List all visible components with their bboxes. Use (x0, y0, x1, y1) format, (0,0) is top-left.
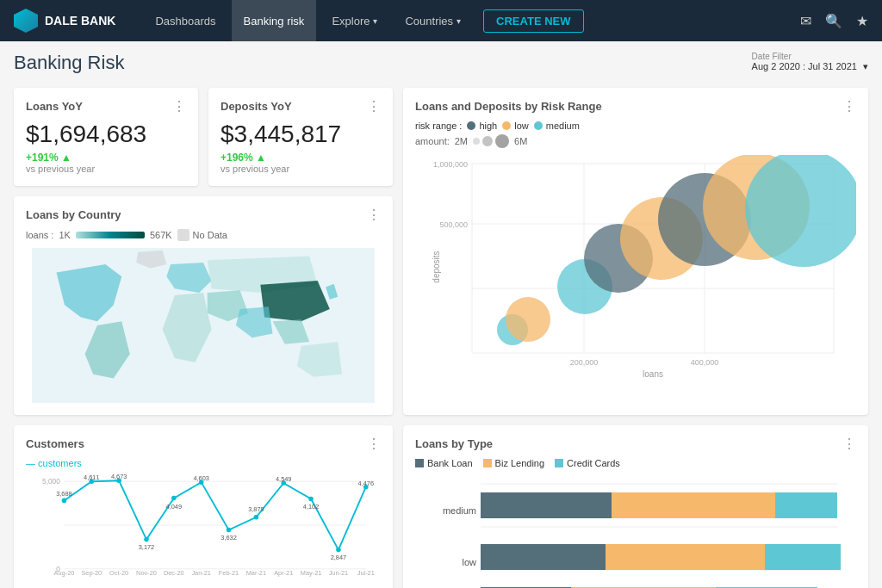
svg-text:1,000,000: 1,000,000 (433, 160, 468, 169)
world-map-svg (26, 248, 381, 403)
point-0 (62, 498, 67, 504)
nav-links: Dashboards Banking risk Explore ▾ Countr… (143, 0, 786, 41)
date-filter[interactable]: Date Filter Aug 2 2020 : Jul 31 2021 ▾ (752, 52, 868, 72)
world-map (26, 248, 381, 403)
date-filter-area: Date Filter Aug 2 2020 : Jul 31 2021 ▾ (752, 52, 868, 72)
star-icon[interactable]: ★ (856, 13, 868, 29)
nav-banking-risk[interactable]: Banking risk (232, 0, 317, 41)
amount-label: amount: (415, 136, 450, 146)
svg-text:3,879: 3,879 (248, 505, 264, 513)
svg-text:500,000: 500,000 (439, 220, 468, 229)
scatter-legends: risk range : high low medium (415, 121, 856, 131)
date-filter-label: Date Filter (752, 52, 868, 61)
svg-text:Oct-20: Oct-20 (109, 569, 128, 577)
brand[interactable]: DALE BANK (14, 9, 115, 33)
point-6 (227, 528, 232, 533)
scatter-menu[interactable]: ⋮ (842, 100, 856, 114)
loans-kpi-menu[interactable]: ⋮ (172, 100, 186, 114)
svg-text:3,688: 3,688 (56, 490, 71, 498)
bar-chart-header: Loans by Type ⋮ (415, 437, 856, 451)
map-legend-min: 1K (59, 230, 70, 240)
customers-menu[interactable]: ⋮ (367, 437, 381, 451)
loans-kpi-value: $1,694,683 (26, 121, 186, 148)
biz-lending-color (483, 459, 492, 467)
page-title: Banking Risk (14, 52, 124, 74)
loans-kpi-card: Loans YoY ⋮ $1,694,683 +191% vs previous… (14, 88, 198, 186)
map-menu[interactable]: ⋮ (367, 208, 381, 222)
customers-chart: 5,000 0 3,688 4,611 4,673 3,172 (26, 473, 381, 577)
scatter-header: Loans and Deposits by Risk Range ⋮ (415, 100, 856, 114)
deposits-kpi-menu[interactable]: ⋮ (367, 100, 381, 114)
svg-text:4,549: 4,549 (276, 475, 291, 483)
loans-kpi-header: Loans YoY ⋮ (26, 100, 186, 114)
point-10 (336, 548, 341, 553)
page: Banking Risk Date Filter Aug 2 2020 : Ju… (0, 41, 882, 588)
loans-kpi-title: Loans YoY (26, 100, 83, 113)
map-legend-label: loans : (26, 230, 53, 240)
circle-m (482, 136, 493, 146)
nav-explore[interactable]: Explore ▾ (320, 0, 389, 41)
customers-legend: customers (26, 458, 381, 468)
svg-text:4,102: 4,102 (303, 503, 319, 511)
scatter-amount-legend: amount: 2M 6M (415, 134, 856, 148)
svg-text:4,603: 4,603 (193, 474, 208, 482)
amount-max: 6M (514, 136, 527, 146)
svg-text:3,172: 3,172 (139, 543, 154, 551)
svg-text:Jun-21: Jun-21 (329, 569, 349, 577)
map-legend-bar (76, 232, 145, 238)
bar-chart-card: Loans by Type ⋮ Bank Loan Biz Lending Cr… (403, 425, 868, 588)
mail-icon[interactable]: ✉ (800, 13, 811, 29)
loans-kpi-change: +191% (26, 152, 186, 164)
medium-biz-lending (612, 492, 775, 518)
deposits-kpi-title: Deposits YoY (220, 100, 292, 113)
deposits-kpi-value: $3,445,817 (220, 121, 381, 148)
svg-text:Jul-21: Jul-21 (357, 569, 375, 577)
medium-dot (534, 121, 543, 130)
customers-card: Customers ⋮ customers 5,000 0 (14, 425, 393, 588)
svg-text:Mar-21: Mar-21 (246, 569, 266, 577)
bank-loan-label: Bank Loan (427, 458, 473, 468)
credit-cards-label: Credit Cards (567, 458, 620, 468)
svg-text:Apr-21: Apr-21 (274, 569, 293, 577)
dashboard-grid: Loans YoY ⋮ $1,694,683 +191% vs previous… (14, 88, 868, 588)
credit-cards-color (555, 459, 563, 467)
low-bank-loan (481, 544, 606, 570)
search-icon[interactable]: 🔍 (825, 13, 842, 29)
svg-text:Jan-21: Jan-21 (191, 569, 211, 577)
bar-chart-legend: Bank Loan Biz Lending Credit Cards (415, 458, 856, 468)
legend-bank-loan: Bank Loan (415, 458, 473, 468)
scatter-title: Loans and Deposits by Risk Range (415, 100, 602, 113)
svg-text:Dec-20: Dec-20 (164, 569, 184, 577)
customers-legend-label: customers (38, 458, 82, 468)
svg-text:Sep-20: Sep-20 (81, 569, 102, 577)
explore-chevron: ▾ (373, 16, 377, 26)
nav-icons: ✉ 🔍 ★ (800, 13, 868, 29)
svg-text:4,049: 4,049 (166, 503, 182, 511)
svg-text:Feb-21: Feb-21 (219, 569, 239, 577)
bar-chart-menu[interactable]: ⋮ (842, 437, 856, 451)
scatter-risk-legend: risk range : high low medium (415, 121, 580, 131)
svg-text:deposits: deposits (432, 251, 441, 282)
customers-title: Customers (26, 437, 84, 450)
create-new-button[interactable]: CREATE NEW (483, 9, 583, 33)
nav-dashboards[interactable]: Dashboards (143, 0, 227, 41)
loans-kpi-vs: vs previous year (26, 164, 186, 174)
svg-text:400,000: 400,000 (691, 358, 719, 367)
bar-chart-title: Loans by Type (415, 437, 493, 450)
deposits-kpi-card: Deposits YoY ⋮ $3,445,817 +196% vs previ… (208, 88, 393, 186)
nav-countries[interactable]: Countries ▾ (393, 0, 473, 41)
bar-chart-area: medium low high (415, 475, 856, 588)
svg-text:4,476: 4,476 (358, 480, 374, 487)
bubble-2 (506, 297, 550, 342)
map-legend-nodata: No Data (177, 229, 227, 241)
nodata-box (177, 229, 189, 241)
point-7 (254, 515, 259, 520)
brand-logo (14, 9, 38, 33)
svg-text:low: low (462, 557, 476, 567)
biz-lending-label: Biz Lending (495, 458, 545, 468)
medium-bank-loan (481, 492, 612, 518)
date-filter-value: Aug 2 2020 : Jul 31 2021 ▾ (752, 61, 868, 72)
bar-chart-svg: medium low high (415, 475, 856, 588)
map-card-header: Loans by Country ⋮ (26, 208, 381, 222)
point-3 (144, 537, 149, 542)
